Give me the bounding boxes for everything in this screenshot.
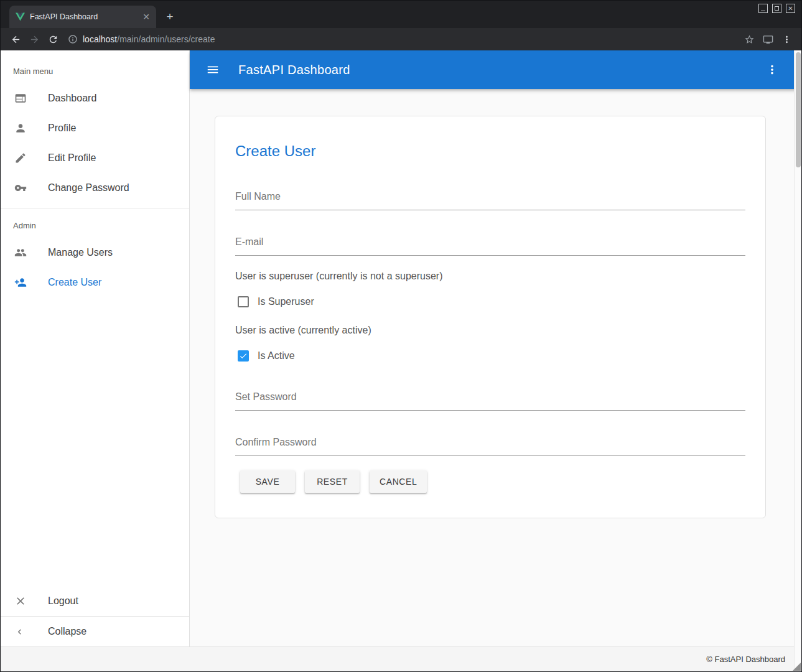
copyright-text: © FastAPI Dashboard: [706, 655, 785, 664]
person-add-icon: [14, 276, 29, 289]
set-password-field-wrap: [235, 391, 745, 411]
tab-close-icon[interactable]: ✕: [142, 12, 150, 21]
is-active-checkbox-row[interactable]: Is Active: [235, 350, 745, 362]
tab-title: FastAPI Dashboard: [30, 12, 138, 21]
sidebar-bottom: Logout Collapse: [1, 586, 189, 646]
window-controls: ✕: [758, 4, 795, 13]
vue-logo-icon: [16, 12, 25, 21]
close-icon: [14, 595, 29, 607]
is-superuser-label: Is Superuser: [258, 296, 314, 307]
pencil-icon: [14, 152, 29, 164]
sidebar-item-label: Logout: [48, 595, 78, 607]
browser-tab-strip: FastAPI Dashboard ✕ + ✕: [1, 1, 801, 28]
sidebar-item-label: Profile: [48, 123, 76, 134]
sidebar-item-label: Manage Users: [48, 247, 113, 258]
url-text[interactable]: localhost/main/admin/users/create: [83, 34, 215, 44]
set-password-input[interactable]: [235, 391, 745, 410]
browser-window: FastAPI Dashboard ✕ + ✕ localhost/main/a…: [0, 0, 802, 672]
dashboard-icon: [14, 92, 29, 105]
confirm-password-field-wrap: [235, 437, 745, 456]
window-resize-grip[interactable]: [793, 663, 801, 671]
active-hint: User is active (currently active): [235, 325, 745, 336]
main-area: FastAPI Dashboard Create User User is su…: [190, 50, 801, 646]
sidebar-section-header-main: Main menu: [1, 50, 189, 83]
bookmark-star-button[interactable]: [740, 30, 758, 48]
url-bar[interactable]: localhost/main/admin/users/create: [68, 34, 734, 44]
sidebar-section-header-admin: Admin: [1, 213, 189, 238]
app-bar: FastAPI Dashboard: [190, 50, 801, 89]
back-arrow-icon: [11, 34, 21, 45]
window-close-button[interactable]: ✕: [786, 4, 795, 13]
browser-tab[interactable]: FastAPI Dashboard ✕: [9, 6, 156, 28]
is-active-label: Is Active: [258, 350, 295, 362]
is-superuser-checkbox[interactable]: [238, 296, 249, 307]
window-maximize-button[interactable]: [772, 4, 781, 13]
page-body: Main menu Dashboard Profile Edit Profile: [1, 50, 801, 646]
sidebar-item-profile[interactable]: Profile: [1, 113, 189, 143]
full-name-input[interactable]: [235, 191, 745, 210]
hamburger-menu-button[interactable]: [206, 63, 220, 77]
page-title: Create User: [235, 141, 745, 161]
star-icon: [744, 34, 755, 45]
appbar-menu-button[interactable]: [765, 63, 779, 77]
sidebar-item-create-user[interactable]: Create User: [1, 268, 189, 297]
check-icon: [239, 351, 248, 361]
sidebar-item-change-password[interactable]: Change Password: [1, 173, 189, 203]
people-icon: [14, 246, 29, 259]
sidebar-item-label: Dashboard: [48, 93, 96, 104]
forward-arrow-icon: [29, 34, 40, 45]
save-button[interactable]: SAVE: [240, 470, 295, 493]
form-buttons-row: SAVE RESET CANCEL: [235, 470, 745, 493]
url-host: localhost: [83, 34, 117, 44]
sidebar: Main menu Dashboard Profile Edit Profile: [1, 50, 190, 646]
sidebar-item-dashboard[interactable]: Dashboard: [1, 83, 189, 113]
email-field-wrap: [235, 236, 745, 256]
reset-button[interactable]: RESET: [305, 470, 360, 493]
cast-button[interactable]: [759, 30, 776, 48]
hamburger-icon: [206, 63, 220, 77]
person-icon: [14, 122, 29, 134]
appbar-title: FastAPI Dashboard: [238, 63, 350, 77]
kebab-menu-icon: [765, 63, 779, 77]
confirm-password-input[interactable]: [235, 437, 745, 455]
sidebar-item-label: Change Password: [48, 182, 129, 194]
page-content: Create User User is superuser (currently…: [190, 89, 801, 646]
kebab-menu-icon: [781, 34, 792, 45]
browser-menu-button[interactable]: [778, 30, 795, 48]
sidebar-item-logout[interactable]: Logout: [1, 586, 189, 616]
reload-button[interactable]: [44, 30, 62, 48]
monitor-icon: [763, 34, 773, 45]
new-tab-button[interactable]: +: [161, 8, 179, 26]
forward-button[interactable]: [26, 30, 43, 48]
page-footer: © FastAPI Dashboard: [1, 646, 801, 671]
minimize-icon: [761, 11, 765, 11]
create-user-card: Create User User is superuser (currently…: [215, 116, 766, 518]
cancel-button[interactable]: CANCEL: [370, 470, 427, 493]
sidebar-collapse-button[interactable]: Collapse: [1, 617, 189, 646]
is-superuser-checkbox-row[interactable]: Is Superuser: [235, 296, 745, 307]
email-input[interactable]: [235, 236, 745, 255]
key-icon: [14, 182, 29, 194]
sidebar-item-manage-users[interactable]: Manage Users: [1, 238, 189, 268]
maximize-icon: [775, 6, 779, 11]
superuser-hint: User is superuser (currently is not a su…: [235, 271, 745, 282]
window-minimize-button[interactable]: [758, 4, 768, 13]
browser-toolbar: localhost/main/admin/users/create: [1, 28, 801, 50]
sidebar-item-label: Collapse: [48, 626, 86, 637]
sidebar-divider: [1, 208, 189, 208]
sidebar-item-label: Edit Profile: [48, 152, 96, 164]
url-path: /main/admin/users/create: [117, 34, 215, 44]
sidebar-item-edit-profile[interactable]: Edit Profile: [1, 143, 189, 173]
full-name-field-wrap: [235, 191, 745, 210]
back-button[interactable]: [7, 30, 24, 48]
reload-icon: [48, 34, 58, 45]
scrollbar-thumb[interactable]: [796, 52, 801, 167]
is-active-checkbox[interactable]: [238, 350, 249, 362]
close-icon: ✕: [788, 6, 793, 12]
sidebar-item-label: Create User: [48, 277, 101, 288]
site-info-icon[interactable]: [68, 34, 78, 44]
page-scrollbar[interactable]: [794, 50, 801, 671]
chevron-left-icon: [14, 627, 29, 637]
